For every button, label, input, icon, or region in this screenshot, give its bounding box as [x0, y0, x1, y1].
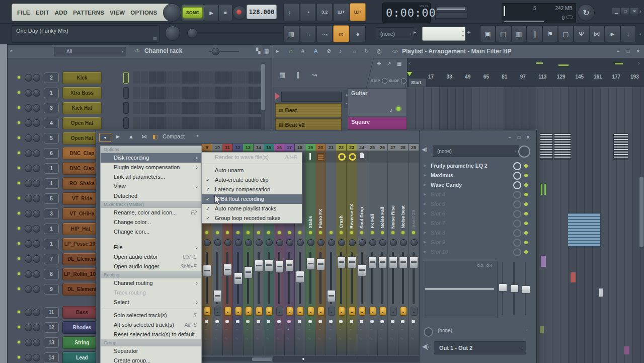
mixer-strip-23[interactable]: 23Reverse FX︿∿	[347, 144, 357, 355]
strip-pan-knob[interactable]	[276, 239, 283, 246]
strip-stereo-knob[interactable]	[307, 307, 314, 316]
paint-icon[interactable]: ▦	[397, 61, 401, 66]
mixer-button[interactable]: ∥	[527, 25, 542, 42]
keyboard-editor-icon[interactable]: ▦	[264, 48, 269, 54]
channel-pan-knob[interactable]	[25, 210, 32, 217]
menu-item-plugin-delay-compensation[interactable]: Plugin delay compensation›	[101, 163, 201, 172]
strip-fader-handle[interactable]	[337, 256, 346, 268]
channel-button[interactable]: Xtra Bass	[62, 87, 102, 99]
playback-tool-icon[interactable]: ↻	[364, 48, 369, 54]
menu-item-open-audio-logger[interactable]: Open audio loggerShift+E	[101, 262, 201, 271]
detach-arrow-icon[interactable]: ▸	[276, 48, 279, 54]
slot-enable-led[interactable]	[524, 222, 528, 225]
channel-target-led[interactable]	[123, 117, 129, 129]
strip-mute-dot[interactable]	[401, 320, 405, 323]
channel-volume-knob[interactable]	[33, 134, 40, 142]
toolbar2-expand-chevron[interactable]: ›	[639, 30, 641, 36]
channel-volume-knob[interactable]	[33, 150, 40, 157]
slot-mix-knob[interactable]	[513, 229, 521, 237]
pattern-selector[interactable]: One Day (Funky Mix) ▦	[12, 25, 159, 43]
strip-expand-icon[interactable]: ︿	[246, 327, 249, 332]
slot-enable-led[interactable]	[524, 231, 528, 235]
playlist-timeline-ruler[interactable]: 173349658197113129145161177193	[407, 72, 644, 88]
slot-arrow-icon[interactable]: ▶	[424, 183, 426, 187]
playlist-close-button[interactable]: ✕	[634, 48, 642, 54]
channel-volume-knob[interactable]	[33, 119, 40, 127]
playlist-minimize-button[interactable]: –	[614, 48, 622, 54]
chevron-right-icon[interactable]: ▸	[197, 133, 199, 138]
strip-pan-knob[interactable]	[379, 239, 386, 246]
channel-number[interactable]: 12	[44, 322, 59, 333]
mixer-strip-27[interactable]: 27Noise Rise︿∿	[388, 144, 398, 355]
channel-step-area[interactable]	[132, 71, 264, 84]
loop-record-button[interactable]: Ш◔	[350, 3, 366, 21]
zoom-tool-icon[interactable]: ◎	[377, 48, 382, 54]
step-toggle[interactable]	[382, 78, 387, 84]
piano-view-icon[interactable]: ▦	[279, 71, 285, 79]
countdown-button[interactable]: 3.2	[316, 3, 333, 21]
channel-pan-knob[interactable]	[25, 324, 32, 331]
strip-number[interactable]: 16	[274, 144, 284, 151]
strip-fader-handle[interactable]	[368, 256, 377, 268]
mixer-hscrollbar-thumb[interactable]	[252, 357, 272, 361]
strip-mute-dot[interactable]	[329, 320, 333, 323]
slot-arrow-icon[interactable]: ▶	[424, 231, 426, 235]
plugin-picker-button[interactable]: Ψ	[574, 25, 589, 42]
strip-fader-handle[interactable]	[399, 256, 408, 268]
typing-keyboard-button[interactable]: ▦	[283, 25, 299, 42]
strip-number[interactable]: 17	[284, 144, 294, 151]
strip-led[interactable]	[319, 231, 322, 234]
start-time-marker[interactable]: Start	[409, 79, 426, 87]
strip-led[interactable]	[309, 231, 312, 234]
strip-number[interactable]: 15	[264, 144, 274, 151]
fx-slot-5[interactable]: ▶Slot 5	[420, 199, 536, 209]
slot-enable-led[interactable]	[524, 164, 528, 168]
strip-expand-icon[interactable]: ︿	[204, 327, 208, 332]
channel-led[interactable]	[18, 341, 20, 343]
channel-led[interactable]	[18, 152, 20, 154]
strip-stereo-knob[interactable]	[359, 307, 366, 316]
menu-item-rename-color-and-icon[interactable]: Rename, color and icon...F2	[101, 208, 201, 217]
slot-mix-knob[interactable]	[513, 239, 521, 247]
menu-view[interactable]: VIEW	[110, 10, 125, 16]
slot-enable-led[interactable]	[524, 202, 528, 206]
curve-view-icon[interactable]: ↝	[311, 71, 317, 79]
channel-number[interactable]: 5	[44, 193, 59, 204]
mixer-strip-22[interactable]: 22Crash︿∿	[336, 144, 347, 355]
channel-pan-knob[interactable]	[25, 195, 32, 202]
channel-pan-knob[interactable]	[25, 285, 32, 293]
channel-pan-knob[interactable]	[25, 150, 32, 157]
slot-arrow-icon[interactable]: ▶	[424, 211, 426, 215]
playlist-button[interactable]: ▣	[480, 25, 496, 42]
pattern-play-marker[interactable]	[275, 93, 280, 100]
app-minimize-button[interactable]: ▁	[612, 7, 621, 15]
strip-expand-icon[interactable]: ︿	[359, 327, 363, 332]
song-progress-bar[interactable]	[435, 13, 467, 19]
channel-number[interactable]: 1	[44, 178, 59, 189]
strip-expand-icon[interactable]: ︿	[297, 327, 301, 332]
strip-expand-icon[interactable]: ︿	[235, 327, 239, 332]
slot-arrow-icon[interactable]: ▶	[424, 221, 426, 225]
channel-pan-knob[interactable]	[25, 225, 32, 233]
automation-icon[interactable]: A	[314, 48, 317, 54]
eq-band-fader-high[interactable]	[522, 261, 530, 317]
mixer-strip-26[interactable]: 26Noise Fall︿∿	[377, 144, 388, 355]
pattern-sel-box[interactable]	[281, 92, 342, 102]
channel-button[interactable]: Open Hat	[62, 117, 102, 129]
strip-number[interactable]: 18	[295, 144, 305, 151]
strip-mute-dot[interactable]	[370, 320, 374, 323]
strip-number[interactable]: 22	[336, 144, 346, 151]
strip-pan-knob[interactable]	[338, 239, 345, 246]
fader-mode-icon[interactable]: ▲	[128, 133, 134, 139]
strip-number[interactable]: 9	[202, 144, 212, 151]
channel-number[interactable]: 7	[44, 254, 59, 264]
menu-item-separator[interactable]: Separator	[101, 346, 201, 356]
step-edit-button[interactable]: →	[300, 25, 316, 42]
strip-stereo-knob[interactable]	[245, 307, 252, 316]
strip-mute-dot[interactable]	[298, 320, 301, 323]
strip-mute-dot[interactable]	[205, 320, 208, 323]
slot-mix-knob[interactable]	[513, 172, 521, 180]
strip-fader-handle[interactable]	[316, 258, 325, 270]
channel-pan-knob[interactable]	[25, 165, 32, 172]
strip-expand-icon[interactable]: ︿	[349, 327, 353, 332]
